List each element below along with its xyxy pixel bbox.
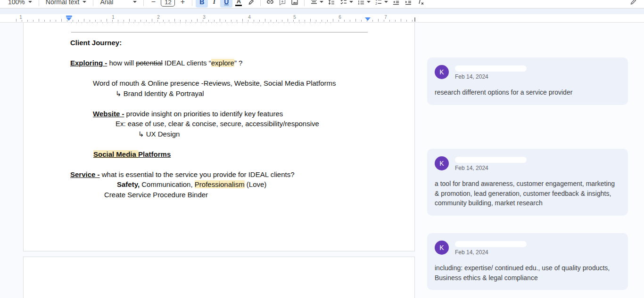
clear-formatting-button[interactable] [414,0,427,8]
text-run: Communication, [140,180,195,188]
font-select[interactable]: Arial [97,0,140,6]
doc-line[interactable]: Word of mouth & Online presence -Reviews… [70,78,381,89]
left-indent-triangle [66,17,72,21]
comment-text: including: expertise/ continued edu., us… [435,263,620,282]
bulleted-list-button[interactable] [355,0,372,6]
text-run: ↳ UX Design [138,130,180,138]
numbered-list-button[interactable]: 12 [372,0,390,6]
comment-text: research different options for a service… [435,88,620,97]
avatar: K [435,156,449,170]
chevron-down-icon [320,1,323,3]
bold-button[interactable]: B [196,0,208,8]
align-button[interactable] [308,0,325,6]
comment-card[interactable]: KFeb 14, 2024research different options … [427,57,628,105]
text-run: Website - [93,110,124,118]
zoom-select[interactable]: 100% [5,0,35,6]
align-icon [310,0,318,6]
add-comment-button[interactable] [276,0,289,8]
doc-line[interactable]: Client Journey: [70,38,381,48]
text-run: Platforms [138,150,171,158]
decrease-font-size-button[interactable]: − [147,0,159,8]
doc-line[interactable]: Social Media Platforms [70,149,381,160]
insert-image-button[interactable] [289,0,301,8]
document-page-2[interactable] [23,257,415,298]
line-spacing-icon [327,0,336,6]
ruler[interactable]: 11234567 [0,14,644,23]
increase-font-size-button[interactable]: + [176,0,189,8]
chevron-down-icon [384,1,388,3]
horizontal-rule [71,32,368,32]
comment-card[interactable]: KFeb 14, 2024including: expertise/ conti… [427,233,628,290]
editing-mode-pencil-icon [629,0,637,6]
decrease-indent-button[interactable] [390,0,402,8]
doc-line[interactable]: Service - what is essential to the servi… [70,169,381,180]
first-line-indent-marker[interactable] [66,16,72,17]
text-run: Safety, [117,180,140,188]
style-value: Normal text [46,0,80,6]
doc-line[interactable]: ↳ UX Design [70,129,381,139]
doc-line[interactable]: ↳ Brand Identity & Portrayal [70,89,381,99]
text-run: ” ? [234,59,243,67]
avatar: K [435,65,449,79]
text-run: (Love) [245,180,267,188]
document-background: Client Journey:Exploring - how will pote… [0,23,416,298]
toolbar-divider [143,0,144,6]
highlighter-icon [247,0,255,6]
text-run: potential [136,59,163,67]
toolbar-gap [0,8,644,14]
comment-meta: Feb 14, 2024 [455,65,527,80]
doc-line[interactable]: Website - provide insight on priorities … [70,109,381,119]
comment-meta: Feb 14, 2024 [455,241,527,256]
svg-text:2: 2 [376,2,378,5]
chevron-down-icon [28,1,32,3]
text-run: Service - [70,170,100,178]
highlight-color-button[interactable] [245,0,257,8]
toolbar-divider [304,0,305,6]
blank-line[interactable] [70,159,381,169]
paragraph-style-select[interactable]: Normal text [42,0,90,6]
doc-line[interactable]: Safety, Communication, Professionalism (… [70,179,381,190]
text-color-button[interactable]: A [232,0,245,8]
image-icon [290,0,299,6]
checklist-icon [339,0,348,6]
text-run: explore [211,59,234,67]
doc-line[interactable]: Ex: ease of use, clear & concise, secure… [70,119,381,129]
comment-date: Feb 14, 2024 [455,73,527,80]
font-size-input[interactable]: 12 [161,0,175,7]
comment-date: Feb 14, 2024 [455,249,527,256]
comment-meta: Feb 14, 2024 [455,156,527,171]
text-color-swatch [235,5,242,6]
chevron-down-icon [133,1,137,3]
blank-line[interactable] [70,98,381,109]
comment-header: KFeb 14, 2024 [435,65,620,81]
text-run: Ex: ease of use, clear & concise, secure… [116,120,319,128]
left-indent-marker[interactable] [66,16,72,21]
document-text[interactable]: Client Journey:Exploring - how will pote… [70,38,381,200]
text-run: ↳ Brand Identity & Portrayal [116,89,204,97]
underline-button[interactable]: U [220,0,232,8]
text-run: IDEAL clients “ [163,59,211,67]
comment-header: KFeb 14, 2024 [435,156,620,172]
font-value: Arial [100,0,113,6]
toolbar-divider [260,0,261,6]
blank-line[interactable] [70,48,381,58]
line-spacing-button[interactable] [325,0,338,8]
italic-button[interactable]: I [208,0,220,8]
increase-indent-button[interactable] [402,0,414,8]
text-run: Professionalism [195,180,245,188]
checklist-button[interactable] [338,0,355,6]
comment-date: Feb 14, 2024 [455,165,527,171]
text-run: how will [107,59,136,67]
doc-line[interactable]: Create Service Procedure Binder [70,190,381,200]
text-run: Create Service Procedure Binder [104,191,208,199]
editing-mode-button[interactable] [627,0,639,8]
blank-line[interactable] [70,68,381,79]
doc-line[interactable]: Exploring - how will potential IDEAL cli… [70,58,381,68]
right-indent-marker[interactable] [365,17,371,21]
insert-link-button[interactable] [264,0,276,8]
increase-indent-icon [404,0,413,6]
comment-card[interactable]: KFeb 14, 2024a tool for brand awareness,… [427,149,628,216]
blank-line[interactable] [70,139,381,149]
text-run: Word of mouth & Online presence -Reviews… [93,79,336,87]
document-page-1[interactable]: Client Journey:Exploring - how will pote… [23,23,415,251]
